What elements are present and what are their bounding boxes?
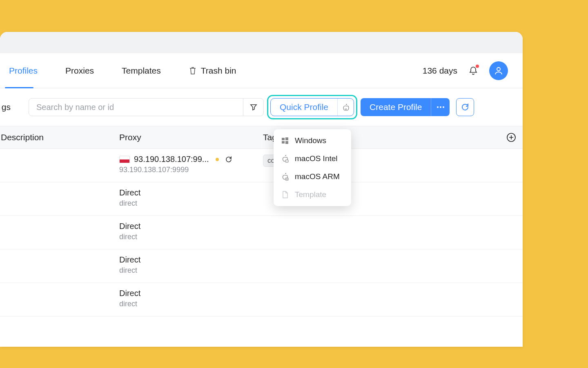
table-row[interactable]: Direct direct [0, 182, 523, 216]
svg-rect-6 [285, 137, 288, 140]
dots-icon [437, 106, 445, 108]
main-tabs: Profiles Proxies Templates Trash bin 136… [0, 53, 523, 88]
svg-text:M: M [286, 178, 287, 180]
table-row[interactable]: Direct direct [0, 249, 523, 283]
dropdown-item-template: Template [274, 186, 351, 204]
proxy-subtext: 93.190.138.107:9999 [119, 166, 258, 174]
table-row[interactable]: Direct direct [0, 283, 523, 316]
svg-rect-7 [282, 141, 285, 144]
apple-arm-icon: M [281, 173, 289, 181]
column-proxy[interactable]: Proxy [114, 132, 258, 142]
filter-button[interactable] [243, 99, 263, 116]
proxy-address: Direct [119, 222, 258, 231]
proxy-subtext: direct [119, 199, 258, 208]
table-row[interactable]: Direct direct [0, 216, 523, 249]
quick-profile-button[interactable]: Quick Profile M [270, 98, 354, 116]
quick-profile-label: Quick Profile [271, 99, 337, 116]
dropdown-label: Template [295, 190, 326, 199]
svg-point-0 [497, 67, 500, 71]
create-profile-more-button[interactable] [431, 98, 450, 116]
table-row[interactable]: 93.190.138.107:99... 93.190.138.107:9999… [0, 149, 523, 182]
proxy-address: Direct [119, 188, 258, 197]
notification-badge [476, 65, 479, 68]
tab-trash[interactable]: Trash bin [182, 53, 243, 88]
proxy-subtext: direct [119, 300, 258, 308]
days-remaining: 136 days [423, 66, 457, 76]
quick-profile-group: Quick Profile M [270, 98, 354, 116]
dropdown-label: macOS ARM [295, 172, 340, 181]
tab-templates[interactable]: Templates [115, 53, 167, 88]
dropdown-item-macos-arm[interactable]: M macOS ARM [274, 168, 351, 186]
trash-icon [189, 66, 197, 75]
refresh-button[interactable] [456, 98, 474, 116]
dropdown-label: macOS Intel [295, 154, 338, 163]
tab-trash-label: Trash bin [201, 66, 236, 76]
app-window: Profiles Proxies Templates Trash bin 136… [0, 32, 523, 347]
search-input[interactable] [29, 99, 243, 116]
flag-icon [119, 156, 130, 163]
refresh-icon [461, 103, 470, 112]
notifications-button[interactable] [469, 66, 478, 76]
user-avatar[interactable] [489, 61, 508, 80]
add-column-button[interactable] [500, 132, 523, 142]
dropdown-label: Windows [295, 136, 326, 145]
document-icon [281, 191, 289, 199]
refresh-icon [225, 155, 233, 164]
svg-point-2 [437, 106, 439, 108]
proxy-address: 93.190.138.107:99... [134, 155, 209, 164]
status-dot-icon [216, 158, 219, 161]
tab-proxies[interactable]: Proxies [59, 53, 100, 88]
svg-point-4 [443, 106, 444, 108]
svg-text:i: i [287, 160, 287, 162]
window-titlebar [0, 32, 523, 53]
proxy-subtext: direct [119, 233, 258, 241]
create-profile-group: Create Profile [361, 98, 450, 116]
proxy-address: Direct [119, 289, 258, 298]
column-description[interactable]: Description [0, 132, 114, 142]
quick-profile-platform-icon[interactable]: M [337, 99, 354, 116]
svg-point-3 [440, 106, 441, 108]
svg-text:M: M [345, 108, 347, 110]
search-group [29, 98, 264, 116]
toolbar: gs Quick Profile M Create Profile [0, 88, 523, 126]
table-header: Description Proxy Tag [0, 126, 523, 149]
proxy-address: Direct [119, 255, 258, 265]
tab-profiles[interactable]: Profiles [2, 53, 44, 88]
svg-rect-8 [285, 141, 288, 144]
quick-profile-dropdown: Windows i macOS Intel M macOS ARM Templa… [274, 129, 351, 206]
windows-icon [281, 137, 289, 145]
svg-rect-5 [282, 138, 285, 140]
apple-m-icon: M [342, 103, 350, 111]
filter-icon [250, 103, 257, 111]
dropdown-item-windows[interactable]: Windows [274, 132, 351, 150]
dropdown-item-macos-intel[interactable]: i macOS Intel [274, 150, 351, 168]
proxy-subtext: direct [119, 266, 258, 275]
plus-circle-icon [506, 132, 516, 142]
user-icon [494, 66, 503, 75]
left-text-fragment: gs [0, 102, 11, 112]
create-profile-button[interactable]: Create Profile [361, 98, 431, 116]
proxy-refresh-button[interactable] [225, 155, 233, 164]
apple-intel-icon: i [281, 155, 289, 163]
